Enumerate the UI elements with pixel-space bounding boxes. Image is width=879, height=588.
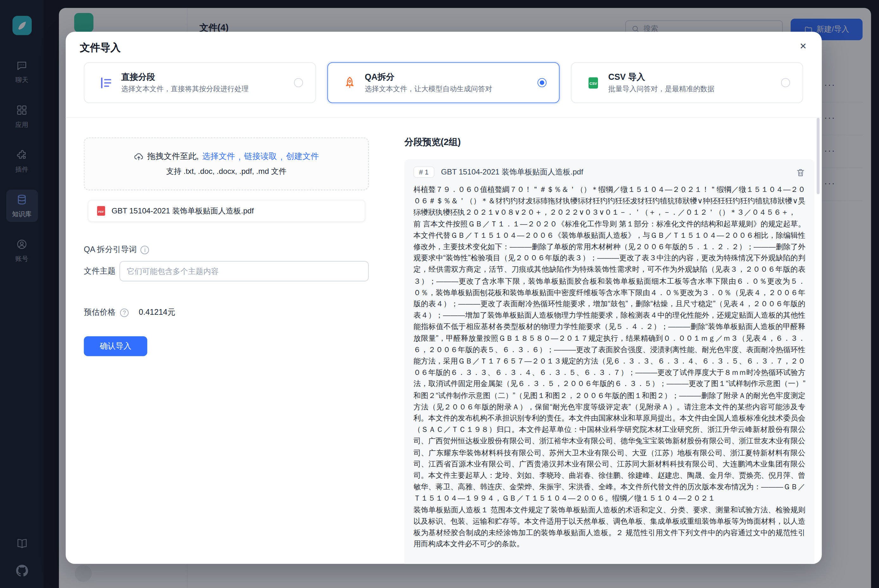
pdf-file-icon: PDF xyxy=(96,206,106,216)
trash-icon xyxy=(796,167,805,177)
radio-unselected-icon[interactable] xyxy=(781,78,790,87)
info-icon[interactable]: i xyxy=(141,245,149,254)
chunk-text: 枓植聱７９．０６０值植聱綢７０！＂＃＄％＆＇（）＊犌犅／犜１５１０４—２０２１！… xyxy=(413,184,805,550)
uploaded-file-item[interactable]: PDF GBT 15104-2021 装饰单板贴面人造板.pdf xyxy=(88,200,365,222)
mode-card-qa-split[interactable]: QA拆分 选择文本文件，让大模型自动生成问答对 xyxy=(327,62,559,103)
link-separator: , xyxy=(280,152,282,161)
help-icon[interactable]: ? xyxy=(120,308,129,317)
choose-file-link[interactable]: 选择文件 xyxy=(202,151,235,162)
qa-prompt-label: QA 拆分引导词 xyxy=(84,244,137,255)
close-icon[interactable]: × xyxy=(795,38,812,54)
modal-divider xyxy=(66,117,822,118)
mode-card-text: 直接分段 选择文本文件，直接将其按分段进行处理 xyxy=(121,72,249,94)
mode-card-direct-segment[interactable]: 直接分段 选择文本文件，直接将其按分段进行处理 xyxy=(84,62,316,103)
create-file-link[interactable]: 创建文件 xyxy=(286,151,319,162)
mode-desc: 选择文本文件，直接将其按分段进行处理 xyxy=(121,84,249,94)
svg-text:CSV: CSV xyxy=(589,82,597,86)
mode-desc: 批量导入问答对，是最精准的数据 xyxy=(608,84,714,94)
preview-chunk-card: # 1 GBT 15104-2021 装饰单板贴面人造板.pdf 枓植聱７９．０… xyxy=(404,159,815,564)
cloud-upload-icon xyxy=(134,152,144,162)
mode-title: CSV 导入 xyxy=(608,72,714,82)
mode-card-text: QA拆分 选择文本文件，让大模型自动生成问答对 xyxy=(365,72,492,94)
radio-selected-icon[interactable] xyxy=(538,78,547,87)
modal-title: 文件导入 xyxy=(80,41,121,54)
mode-card-text: CSV 导入 批量导入问答对，是最精准的数据 xyxy=(608,72,714,94)
file-topic-input[interactable] xyxy=(119,261,369,281)
screen: 聊天 应用 插件 知识库 xyxy=(0,0,879,588)
file-import-modal: 文件导入 × 直接分段 选择文本文件，直接将其按分段进行处理 xyxy=(66,32,822,564)
estimated-price-row: 预估价格 ? 0.41214元 xyxy=(84,308,176,318)
price-value: 0.41214元 xyxy=(139,308,176,318)
confirm-import-button[interactable]: 确认导入 xyxy=(84,336,147,356)
chunk-header: # 1 GBT 15104-2021 装饰单板贴面人造板.pdf xyxy=(413,166,805,178)
uploaded-file-name: GBT 15104-2021 装饰单板贴面人造板.pdf xyxy=(111,206,254,216)
segment-icon xyxy=(99,76,113,90)
qa-prompt-row: QA 拆分引导词 i xyxy=(84,244,149,255)
svg-text:PDF: PDF xyxy=(98,210,104,213)
file-dropzone[interactable]: 拖拽文件至此, 选择文件, 链接读取, 创建文件 支持 .txt, .doc, … xyxy=(84,137,369,190)
link-separator: , xyxy=(239,152,241,161)
chunk-index-badge: # 1 xyxy=(413,166,434,178)
supported-formats-text: 支持 .txt, .doc, .docx, .pdf, .md 文件 xyxy=(166,166,286,177)
csv-file-icon: CSV xyxy=(586,76,601,90)
segment-preview-column: 分段预览(2组) # 1 GBT 15104-2021 装饰单板贴面人造板.pd… xyxy=(404,136,815,148)
url-fetch-link[interactable]: 链接读取 xyxy=(244,151,277,162)
chunk-filename: GBT 15104-2021 装饰单板贴面人造板.pdf xyxy=(441,167,583,177)
mode-title: QA拆分 xyxy=(365,72,492,82)
mode-desc: 选择文本文件，让大模型自动生成问答对 xyxy=(365,84,492,94)
dropzone-line1: 拖拽文件至此, 选择文件, 链接读取, 创建文件 xyxy=(134,151,319,162)
delete-chunk-button[interactable] xyxy=(796,167,805,177)
mode-card-csv-import[interactable]: CSV CSV 导入 批量导入问答对，是最精准的数据 xyxy=(571,62,803,103)
file-topic-label: 文件主题 xyxy=(84,266,120,276)
modal-scrollbar[interactable] xyxy=(817,118,819,194)
file-topic-row: 文件主题 xyxy=(84,261,369,281)
mode-title: 直接分段 xyxy=(121,72,249,82)
import-mode-cards: 直接分段 选择文本文件，直接将其按分段进行处理 QA拆分 选择文本文件，让大模型… xyxy=(84,62,803,103)
price-label: 预估价格 xyxy=(84,308,116,318)
radio-unselected-icon[interactable] xyxy=(294,78,303,87)
drag-here-text: 拖拽文件至此, xyxy=(147,151,199,162)
preview-title: 分段预览(2组) xyxy=(404,136,815,148)
rocket-icon xyxy=(343,76,357,90)
